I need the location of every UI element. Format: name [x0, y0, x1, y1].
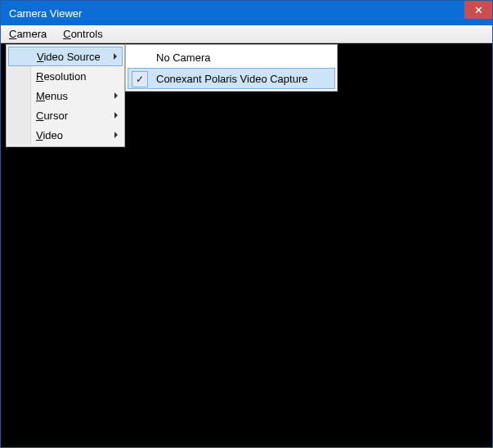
menu-label: Controls: [63, 28, 102, 40]
submenu-item-no-camera[interactable]: No Camera: [128, 47, 335, 68]
submenu-arrow-icon: [114, 132, 118, 138]
menu-camera[interactable]: Camera: [1, 25, 55, 43]
menu-item-label: Video Source: [37, 51, 101, 63]
menu-item-label: Cursor: [36, 110, 68, 122]
window-title: Camera Viewer: [9, 7, 82, 20]
submenu-arrow-icon: [114, 53, 117, 60]
submenu-arrow-icon: [114, 112, 118, 119]
menu-item-menus[interactable]: Menus: [8, 86, 123, 105]
camera-dropdown: Video Source Resolution Menus Cursor Vid…: [6, 44, 125, 147]
close-button[interactable]: ✕: [464, 1, 492, 19]
submenu-item-label: No Camera: [156, 52, 210, 64]
menu-item-video[interactable]: Video: [8, 125, 123, 145]
menu-item-label: Video: [36, 129, 63, 141]
submenu-arrow-icon: [114, 92, 118, 99]
submenu-item-conexant[interactable]: ✓ Conexant Polaris Video Capture: [128, 68, 335, 89]
menu-item-label: Resolution: [36, 70, 86, 83]
menu-item-label: Menus: [36, 90, 68, 102]
menu-controls[interactable]: Controls: [55, 25, 110, 43]
menu-label: Camera: [9, 28, 47, 40]
submenu-item-label: Conexant Polaris Video Capture: [156, 73, 308, 85]
app-window: Camera Viewer ✕ Camera Controls Video So…: [0, 0, 493, 448]
title-bar: Camera Viewer ✕: [1, 1, 492, 25]
close-icon: ✕: [474, 4, 483, 16]
menu-bar: Camera Controls: [1, 25, 492, 43]
video-source-submenu: No Camera ✓ Conexant Polaris Video Captu…: [125, 44, 338, 92]
menu-item-cursor[interactable]: Cursor: [8, 105, 123, 125]
menu-item-video-source[interactable]: Video Source: [8, 47, 123, 66]
menu-item-resolution[interactable]: Resolution: [8, 66, 123, 86]
checkmark-icon: ✓: [132, 71, 148, 87]
